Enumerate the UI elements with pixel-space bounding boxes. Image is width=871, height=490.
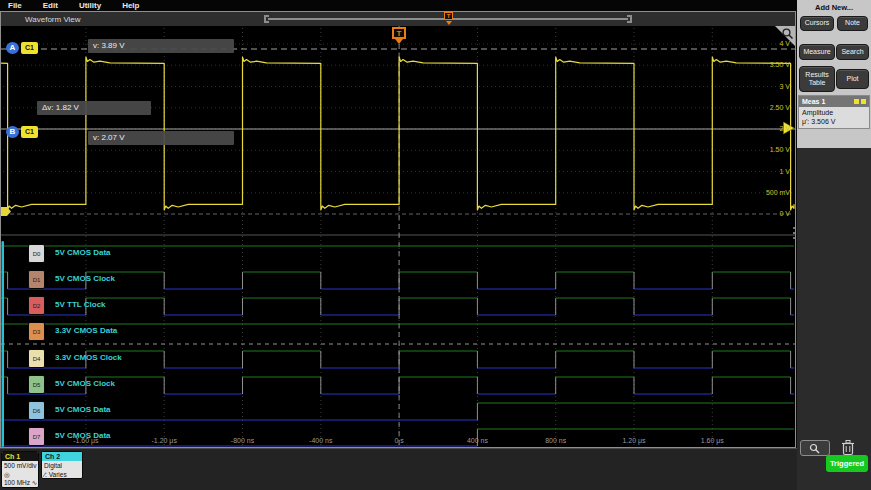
overview-trigger-marker[interactable]: T	[444, 12, 453, 20]
y-axis-label: 0 V	[750, 210, 790, 217]
channel-1-scale: 500 mV/div	[4, 462, 36, 471]
x-axis-label: -1.20 μs	[142, 437, 186, 444]
measurement-title: Meas 1	[802, 98, 825, 105]
cursor-a-badge[interactable]: A	[6, 42, 19, 54]
panel-splitter-handle[interactable]	[793, 224, 796, 242]
waveform-view-titlebar: Waveform View T	[1, 12, 795, 26]
y-axis-label: 1.50 V	[750, 146, 790, 153]
zoom-button[interactable]	[800, 440, 830, 456]
y-axis-label: 2 V	[750, 125, 790, 132]
digital-channel-badge-d3[interactable]: D3	[28, 322, 45, 341]
measurement-name: Amplitude	[802, 108, 866, 117]
magnifier-icon	[808, 443, 822, 454]
y-axis-label: 2.50 V	[750, 104, 790, 111]
menu-bar: FileEditUtilityHelp	[0, 0, 871, 11]
trigger-position-flag[interactable]: T	[392, 27, 406, 39]
x-axis-label: -400 ns	[299, 437, 343, 444]
cursors-button[interactable]: Cursors	[800, 16, 834, 31]
trigger-status-badge: Triggered	[826, 455, 868, 472]
digital-channel-badge-d6[interactable]: D6	[28, 401, 45, 420]
measurement-mean: μ': 3.506 V	[802, 117, 866, 126]
view-window-left-bracket[interactable]	[264, 15, 269, 23]
measurement-status-square-2	[861, 99, 866, 104]
channel-2-badge[interactable]: Ch 2 Digital ∕: Varies	[41, 451, 83, 479]
y-axis-label: 3 V	[750, 83, 790, 90]
search-button[interactable]: Search	[836, 44, 869, 60]
digital-channel-label-d1[interactable]: 5V CMOS Clock	[55, 274, 115, 283]
x-axis-label: -800 ns	[221, 437, 265, 444]
cursor-b-readout[interactable]: v: 2.07 V	[88, 131, 234, 145]
digital-channel-label-d5[interactable]: 5V CMOS Clock	[55, 379, 115, 388]
bandwidth-icon: ∿	[32, 479, 37, 486]
channel-2-title: Ch 2	[42, 452, 82, 461]
digital-channel-label-d7[interactable]: 5V CMOS Data	[55, 431, 111, 440]
digital-channel-label-d6[interactable]: 5V CMOS Data	[55, 405, 111, 414]
note-button[interactable]: Note	[837, 16, 868, 31]
channel-2-threshold: ∕: Varies	[44, 471, 80, 480]
digital-channel-label-d3[interactable]: 3.3V CMOS Data	[55, 326, 117, 335]
cursor-a-channel-badge[interactable]: C1	[21, 42, 38, 54]
channel-2-mode: Digital	[44, 462, 80, 471]
cursor-delta-readout[interactable]: Δv: 1.82 V	[37, 101, 151, 115]
view-window-right-bracket[interactable]	[627, 15, 632, 23]
digital-channel-badge-d4[interactable]: D4	[28, 349, 45, 368]
digital-channel-label-d2[interactable]: 5V TTL Clock	[55, 300, 106, 309]
menu-utility[interactable]: Utility	[79, 1, 101, 10]
digital-channel-label-d4[interactable]: 3.3V CMOS Clock	[55, 353, 122, 362]
settings-bar: Ch 1 500 mV/div ◎ 100 MHz ∿ Ch 2 Digital…	[0, 448, 797, 490]
waveform-view-title: Waveform View	[25, 15, 81, 24]
menu-help[interactable]: Help	[122, 1, 139, 10]
results-table-button[interactable]: Results Table	[799, 66, 835, 92]
measurement-status-square-1	[854, 99, 859, 104]
channel-1-badge[interactable]: Ch 1 500 mV/div ◎ 100 MHz ∿	[1, 451, 39, 488]
x-axis-label: 1.20 μs	[612, 437, 656, 444]
plot-button[interactable]: Plot	[836, 69, 869, 89]
graticule-area[interactable]: A C1 v: 3.89 V Δv: 1.82 V B C1 v: 2.07 V…	[1, 26, 795, 447]
x-axis-label: 1.60 μs	[690, 437, 734, 444]
cursor-b-badge[interactable]: B	[6, 126, 19, 138]
waveform-plot	[1, 26, 795, 447]
y-axis-label: 500 mV	[750, 189, 790, 196]
channel-1-bandwidth: 100 MHz ∿	[4, 479, 36, 488]
overview-trigger-marker-tip	[446, 21, 452, 25]
oscilloscope-app: FileEditUtilityHelp Waveform View T A C1…	[0, 0, 871, 490]
digital-channel-label-d0[interactable]: 5V CMOS Data	[55, 248, 111, 257]
trash-icon	[841, 439, 855, 456]
probe-icon: ◎	[4, 471, 36, 480]
menu-edit[interactable]: Edit	[43, 1, 58, 10]
cursor-b-channel-badge[interactable]: C1	[21, 126, 38, 138]
right-badge-panel: Add New... CursorsNoteMeasureSearchResul…	[797, 0, 871, 490]
cursor-a-readout[interactable]: v: 3.89 V	[88, 39, 234, 53]
magnifier-icon	[781, 27, 794, 40]
menu-file[interactable]: File	[8, 1, 22, 10]
y-axis-label: 1 V	[750, 168, 790, 175]
trigger-position-flag-tip	[395, 39, 403, 44]
x-axis-label: 0 s	[377, 437, 421, 444]
digital-channel-badge-d0[interactable]: D0	[28, 244, 45, 263]
measurement-badge[interactable]: Meas 1 Amplitude μ': 3.506 V	[798, 95, 870, 129]
x-axis-label: 400 ns	[455, 437, 499, 444]
add-new-header: Add New...	[797, 3, 871, 12]
delete-button[interactable]	[837, 437, 859, 457]
waveform-view-frame: Waveform View T A C1 v: 3.89 V Δv: 1.82 …	[0, 11, 796, 448]
x-axis-label: 800 ns	[534, 437, 578, 444]
record-overview-bar[interactable]: T	[264, 13, 632, 25]
measure-button[interactable]: Measure	[799, 44, 835, 60]
digital-channel-badge-d2[interactable]: D2	[28, 296, 45, 315]
digital-channel-badge-d1[interactable]: D1	[28, 270, 45, 289]
digital-channel-badge-d7[interactable]: D7	[28, 427, 45, 446]
digital-channel-badge-d5[interactable]: D5	[28, 375, 45, 394]
y-axis-label: 4 V	[750, 40, 790, 47]
channel-1-title: Ch 1	[2, 452, 38, 461]
y-axis-label: 3.50 V	[750, 61, 790, 68]
